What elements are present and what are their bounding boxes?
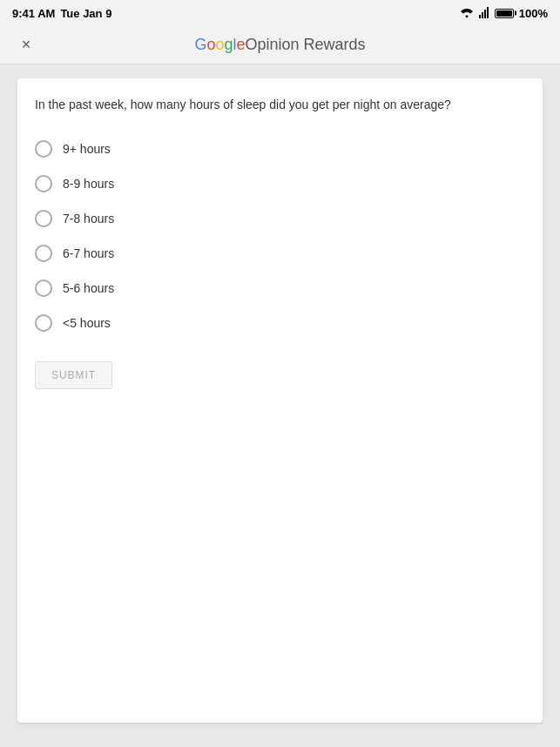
status-bar: 9:41 AM Tue Jan 9 100% bbox=[0, 0, 560, 26]
survey-card: In the past week, how many hours of slee… bbox=[17, 78, 543, 723]
status-right: 100% bbox=[460, 6, 548, 21]
signal-icon bbox=[479, 6, 489, 21]
time-display: 9:41 AM bbox=[12, 7, 55, 20]
status-left: 9:41 AM Tue Jan 9 bbox=[12, 7, 111, 20]
question-text: In the past week, how many hours of slee… bbox=[35, 96, 525, 114]
options-list: 9+ hours8-9 hours7-8 hours6-7 hours5-6 h… bbox=[35, 131, 525, 340]
svg-rect-1 bbox=[482, 12, 483, 18]
radio-circle bbox=[35, 279, 52, 297]
radio-circle bbox=[35, 314, 52, 332]
radio-circle bbox=[35, 245, 52, 262]
radio-circle bbox=[35, 140, 52, 158]
app-header: × Google Opinion Rewards bbox=[0, 26, 560, 64]
main-content: In the past week, how many hours of slee… bbox=[0, 64, 560, 747]
option-label: 7-8 hours bbox=[63, 212, 114, 225]
option-label: 5-6 hours bbox=[63, 281, 114, 295]
option-label: 9+ hours bbox=[63, 142, 111, 156]
close-button[interactable]: × bbox=[14, 33, 38, 57]
radio-circle bbox=[35, 210, 52, 227]
wifi-icon bbox=[460, 7, 474, 20]
google-logo-text: Google bbox=[194, 36, 245, 54]
battery-icon bbox=[495, 9, 514, 18]
option-label: 6-7 hours bbox=[63, 246, 114, 260]
app-title: Google Opinion Rewards bbox=[194, 36, 365, 54]
svg-rect-0 bbox=[479, 15, 481, 18]
battery-percent: 100% bbox=[519, 7, 548, 20]
option-item[interactable]: 7-8 hours bbox=[35, 201, 525, 236]
app-title-rest: Opinion Rewards bbox=[246, 36, 366, 54]
radio-circle bbox=[35, 175, 52, 192]
option-label: <5 hours bbox=[63, 316, 111, 330]
option-item[interactable]: 5-6 hours bbox=[35, 271, 525, 306]
svg-rect-2 bbox=[484, 10, 486, 18]
option-label: 8-9 hours bbox=[63, 177, 114, 191]
option-item[interactable]: 6-7 hours bbox=[35, 236, 525, 271]
option-item[interactable]: 8-9 hours bbox=[35, 166, 525, 201]
submit-button[interactable]: SUBMIT bbox=[35, 361, 112, 389]
svg-rect-3 bbox=[487, 7, 489, 18]
date-display: Tue Jan 9 bbox=[60, 7, 111, 20]
option-item[interactable]: 9+ hours bbox=[35, 131, 525, 166]
option-item[interactable]: <5 hours bbox=[35, 306, 525, 340]
